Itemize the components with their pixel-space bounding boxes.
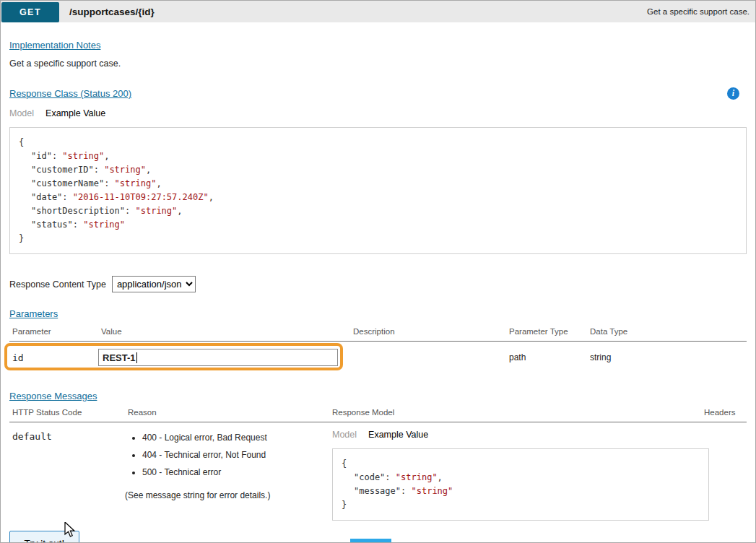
col-reason: Reason bbox=[125, 408, 329, 417]
implementation-notes-text: Get a specific support case. bbox=[9, 58, 747, 69]
json-line: } bbox=[19, 232, 737, 246]
json-line: "status": "string" bbox=[19, 218, 737, 232]
operation-header[interactable]: GET /supportcases/{id} Get a specific su… bbox=[1, 1, 755, 22]
parameters-table-header: Parameter Value Description Parameter Ty… bbox=[9, 327, 747, 342]
reason-note: (See message string for error details.) bbox=[125, 490, 329, 500]
parameter-name: id bbox=[9, 352, 98, 363]
info-icon[interactable]: i bbox=[727, 87, 739, 100]
reason-item: 404 - Technical error, Not Found bbox=[142, 450, 329, 460]
api-operation-panel: GET /supportcases/{id} Get a specific su… bbox=[0, 0, 756, 543]
tab-model[interactable]: Model bbox=[332, 430, 357, 440]
response-content-type-label: Response Content Type bbox=[9, 279, 106, 290]
json-line: "customerID": "string", bbox=[19, 163, 737, 177]
response-messages-heading[interactable]: Response Messages bbox=[9, 391, 97, 401]
json-line: "date": "2016-11-10T09:27:57.240Z", bbox=[19, 191, 737, 204]
horizontal-scrollbar-thumb[interactable] bbox=[350, 539, 391, 542]
parameter-data-type: string bbox=[587, 352, 747, 362]
tab-example-value[interactable]: Example Value bbox=[45, 108, 105, 118]
col-parameter-type: Parameter Type bbox=[506, 327, 587, 336]
reason-list: 400 - Logical error, Bad Request 404 - T… bbox=[125, 433, 329, 477]
response-messages-table: HTTP Status Code Reason Response Model H… bbox=[9, 408, 747, 521]
id-value-text: REST-1 bbox=[103, 352, 136, 363]
reason-item: 400 - Logical error, Bad Request bbox=[142, 433, 329, 443]
implementation-notes-heading[interactable]: Implementation Notes bbox=[9, 40, 100, 51]
tab-model[interactable]: Model bbox=[9, 108, 34, 118]
col-data-type: Data Type bbox=[587, 327, 747, 336]
table-row: id REST-1 path string bbox=[9, 342, 747, 373]
parameters-heading[interactable]: Parameters bbox=[9, 308, 58, 319]
get-method-button[interactable]: GET bbox=[1, 2, 59, 22]
json-line: { bbox=[19, 136, 737, 149]
response-messages-section: Response Messages HTTP Status Code Reaso… bbox=[9, 389, 747, 521]
try-it-out-button[interactable]: Try it out! bbox=[9, 531, 79, 543]
col-headers: Headers bbox=[701, 408, 747, 417]
http-status-code: default bbox=[9, 422, 125, 442]
response-content-type-select[interactable]: application/json bbox=[112, 276, 196, 292]
parameters-section: Parameters Parameter Value Description P… bbox=[9, 307, 747, 373]
json-line: "message": "string" bbox=[342, 485, 700, 498]
table-row: default 400 - Logical error, Bad Request… bbox=[9, 422, 747, 521]
reason-item: 500 - Technical error bbox=[142, 467, 329, 477]
json-line: "code": "string", bbox=[342, 471, 700, 485]
response-model-tabs: Model Example Value bbox=[332, 430, 701, 440]
response-class-tabs: Model Example Value bbox=[9, 108, 747, 118]
json-line: "shortDescription": "string", bbox=[19, 204, 737, 218]
parameters-table: Parameter Value Description Parameter Ty… bbox=[9, 327, 747, 373]
response-class-row: Response Class (Status 200) i bbox=[9, 87, 747, 100]
response-class-heading[interactable]: Response Class (Status 200) bbox=[9, 88, 131, 99]
response-messages-table-header: HTTP Status Code Reason Response Model H… bbox=[9, 408, 747, 422]
col-response-model: Response Model bbox=[329, 408, 701, 417]
text-caret bbox=[136, 352, 137, 363]
id-value-input[interactable]: REST-1 bbox=[98, 349, 338, 366]
parameter-type: path bbox=[506, 352, 587, 362]
col-description: Description bbox=[350, 327, 506, 336]
endpoint-path[interactable]: /supportcases/{id} bbox=[69, 6, 155, 17]
reason-cell: 400 - Logical error, Bad Request 404 - T… bbox=[125, 422, 329, 500]
json-line: { bbox=[342, 457, 700, 471]
response-model-cell: Model Example Value { "code": "string", … bbox=[329, 422, 701, 521]
response-content-type-row: Response Content Type application/json bbox=[9, 276, 747, 292]
endpoint-summary: Get a specific support case. bbox=[647, 7, 750, 16]
json-line: "customerName": "string", bbox=[19, 177, 737, 191]
json-line: } bbox=[342, 498, 700, 512]
response-example-json: { "id": "string", "customerID": "string"… bbox=[9, 127, 747, 254]
col-http-status-code: HTTP Status Code bbox=[9, 408, 125, 417]
tab-example-value[interactable]: Example Value bbox=[368, 430, 428, 440]
col-parameter: Parameter bbox=[9, 327, 98, 336]
json-line: "id": "string", bbox=[19, 149, 737, 163]
operation-content: Implementation Notes Get a specific supp… bbox=[1, 22, 755, 543]
col-value: Value bbox=[98, 327, 350, 336]
error-example-json: { "code": "string", "message": "string" … bbox=[332, 448, 709, 521]
